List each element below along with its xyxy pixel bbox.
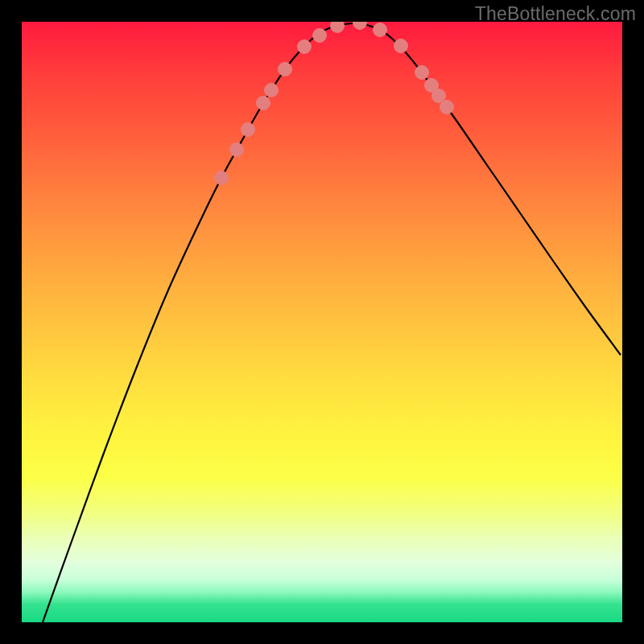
data-marker <box>394 39 408 53</box>
plot-area <box>22 22 622 622</box>
data-marker <box>415 66 429 80</box>
data-marker <box>257 97 270 110</box>
chart-svg <box>22 22 622 622</box>
data-marker <box>313 29 327 43</box>
chart-frame: TheBottleneck.com <box>0 0 644 644</box>
left-curve <box>43 23 360 622</box>
data-marker <box>353 22 367 30</box>
data-marker <box>331 22 345 33</box>
data-marker <box>265 84 279 97</box>
data-marker <box>432 89 446 103</box>
data-marker <box>440 101 454 114</box>
data-marker <box>374 23 387 37</box>
left-markers <box>215 22 367 185</box>
data-marker <box>230 143 244 157</box>
data-marker <box>298 40 312 54</box>
data-marker <box>279 63 292 76</box>
data-marker <box>215 171 229 185</box>
watermark-text: TheBottleneck.com <box>475 3 636 25</box>
right-markers <box>374 23 454 114</box>
data-marker <box>242 123 255 137</box>
right-curve <box>360 23 621 355</box>
